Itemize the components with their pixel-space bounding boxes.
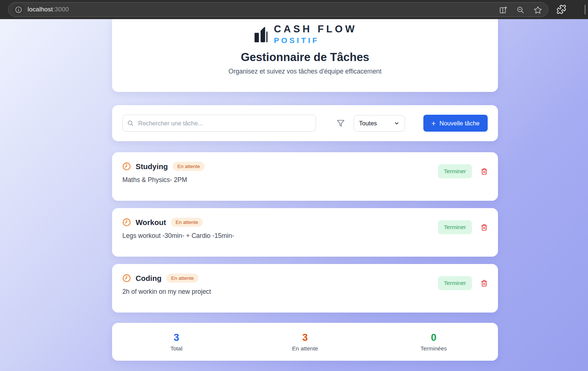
app-header-card: CASH FLOW POSITIF Gestionnaire de Tâches…	[112, 19, 498, 92]
task-description: Legs workout -30min- + Cardio -15min-	[122, 232, 488, 240]
page-background: CASH FLOW POSITIF Gestionnaire de Tâches…	[0, 19, 588, 371]
delete-task-button[interactable]	[481, 168, 488, 175]
task-card: Studying En attente Maths & Physics- 2PM…	[112, 152, 498, 201]
stat-pending: 3 En attente	[241, 332, 369, 352]
status-badge: En attente	[173, 162, 205, 171]
plus-icon: +	[431, 119, 436, 127]
page-title: Gestionnaire de Tâches	[112, 51, 498, 64]
task-title: Workout	[136, 218, 166, 227]
status-filter-select[interactable]: Toutes	[354, 115, 405, 132]
zoom-out-icon[interactable]	[516, 6, 525, 14]
task-title: Studying	[136, 162, 168, 171]
address-bar[interactable]: localhost:3000	[8, 2, 548, 17]
toolbar-separator	[585, 5, 585, 14]
stat-pending-value: 3	[241, 332, 369, 343]
search-input[interactable]	[122, 115, 316, 132]
search-field-wrap	[122, 115, 316, 132]
status-filter-value: Toutes	[359, 120, 377, 127]
browser-chrome: localhost:3000	[0, 0, 588, 19]
toolbar-card: Toutes + Nouvelle tâche	[112, 105, 498, 141]
extensions-puzzle-icon	[556, 4, 566, 14]
search-icon	[127, 120, 134, 126]
logo-line2: POSITIF	[274, 36, 357, 45]
task-description: 2h of workin on my new project	[122, 288, 488, 296]
stat-total: 3 Total	[112, 332, 241, 352]
delete-task-button[interactable]	[481, 280, 488, 287]
stat-completed-label: Terminées	[369, 345, 498, 352]
trash-icon	[481, 168, 488, 175]
url-port: :3000	[53, 6, 69, 13]
logo: CASH FLOW POSITIF	[112, 24, 498, 45]
info-icon	[15, 6, 22, 14]
site-info-button[interactable]	[13, 4, 24, 15]
task-title: Coding	[136, 274, 162, 283]
new-task-button[interactable]: + Nouvelle tâche	[423, 115, 488, 132]
stats-card: 3 Total 3 En attente 0 Terminées	[112, 323, 498, 361]
logo-line1: CASH FLOW	[274, 24, 357, 35]
filter-funnel-icon	[337, 119, 345, 127]
complete-task-button[interactable]: Terminer	[438, 220, 472, 234]
url-text[interactable]: localhost:3000	[28, 6, 69, 13]
filter-funnel	[337, 119, 345, 127]
clock-icon	[122, 162, 131, 171]
new-task-label: Nouvelle tâche	[440, 120, 480, 127]
buildings-logo-icon	[253, 25, 269, 44]
task-card: Workout En attente Legs workout -30min- …	[112, 208, 498, 257]
page-subtitle: Organisez et suivez vos tâches d'équipe …	[112, 68, 498, 75]
chevron-down-icon	[394, 121, 399, 126]
stat-total-label: Total	[112, 345, 241, 352]
delete-task-button[interactable]	[481, 224, 488, 231]
clock-icon	[122, 218, 131, 226]
extensions-button[interactable]	[556, 4, 566, 16]
favorites-star-icon[interactable]	[534, 6, 542, 14]
status-badge: En attente	[166, 274, 199, 283]
stat-completed-value: 0	[369, 332, 498, 343]
stat-total-value: 3	[112, 332, 241, 343]
trash-icon	[481, 224, 488, 231]
clock-icon	[122, 274, 131, 282]
trash-icon	[481, 280, 488, 287]
task-card: Coding En attente 2h of workin on my new…	[112, 264, 498, 313]
task-description: Maths & Physics- 2PM	[122, 176, 488, 184]
stat-pending-label: En attente	[241, 345, 369, 352]
complete-task-button[interactable]: Terminer	[438, 164, 472, 178]
complete-task-button[interactable]: Terminer	[438, 276, 472, 290]
status-badge: En attente	[171, 218, 203, 227]
url-host: localhost	[28, 6, 53, 13]
split-screen-grid-plus-icon[interactable]	[499, 6, 508, 14]
stat-completed: 0 Terminées	[369, 332, 498, 352]
